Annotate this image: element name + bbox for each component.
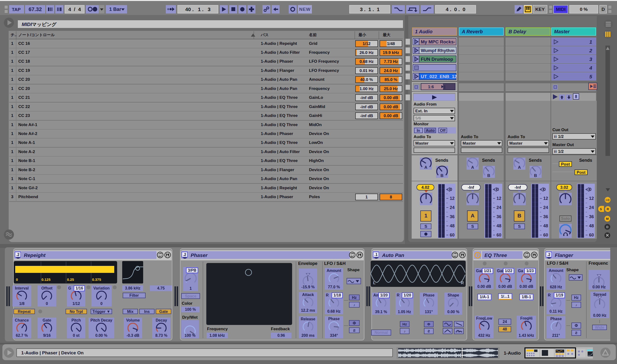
svg-text:L: L bbox=[373, 281, 375, 285]
svg-text:R: R bbox=[461, 281, 464, 285]
